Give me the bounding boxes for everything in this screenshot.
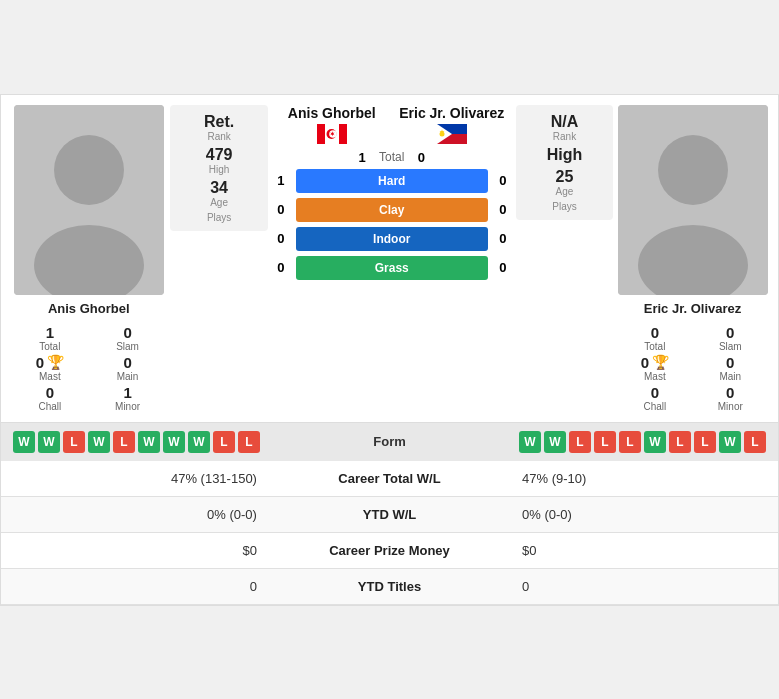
table-label: Career Total W/L (273, 461, 506, 497)
player2-total-label: Total (644, 341, 665, 352)
player2-card: Eric Jr. Olivarez 0 Total 0 Slam 0 🏆 Mas… (617, 105, 768, 412)
player2-total: 0 (651, 324, 659, 341)
player2-form-badges: WWLLLWLLWL (519, 431, 766, 453)
player2-minor: 0 (726, 384, 734, 401)
player2-mast: 0 🏆 (641, 354, 669, 371)
form-badge-l: L (113, 431, 135, 453)
player1-main-label: Main (117, 371, 139, 382)
player1-plays: Plays (178, 212, 259, 223)
player2-avatar (618, 105, 768, 295)
player2-age-label: Age (524, 186, 605, 197)
p1-indoor-score: 0 (272, 231, 290, 246)
form-badge-l: L (744, 431, 766, 453)
hard-label: Hard (296, 169, 488, 193)
stats-table: 47% (131-150) Career Total W/L 47% (9-10… (1, 461, 778, 605)
player1-info-panel: Ret. Rank 479 High 34 Age Plays (170, 105, 267, 231)
player1-age-block: 34 Age (178, 179, 259, 208)
table-p2-value: 0 (506, 568, 778, 604)
player2-name: Eric Jr. Olivarez (644, 301, 742, 316)
player1-form-badges: WWLWLWWWLL (13, 431, 260, 453)
form-badge-w: W (519, 431, 541, 453)
player2-info-panel: N/A Rank High 25 Age Plays (516, 105, 613, 220)
player2-slam: 0 (726, 324, 734, 341)
p2-indoor-score: 0 (494, 231, 512, 246)
table-p1-value: 47% (131-150) (1, 461, 273, 497)
player2-minor-label: Minor (718, 401, 743, 412)
table-p1-value: $0 (1, 532, 273, 568)
player1-minor-label: Minor (115, 401, 140, 412)
table-p2-value: 47% (9-10) (506, 461, 778, 497)
player1-slam: 0 (123, 324, 131, 341)
table-row: 0 YTD Titles 0 (1, 568, 778, 604)
player2-chall-label: Chall (643, 401, 666, 412)
table-p1-value: 0% (0-0) (1, 496, 273, 532)
player2-slam-label: Slam (719, 341, 742, 352)
form-badge-w: W (88, 431, 110, 453)
form-badge-l: L (619, 431, 641, 453)
player1-minor: 1 (123, 384, 131, 401)
player1-header-name: Anis Ghorbel (272, 105, 392, 144)
player1-age-label: Age (178, 197, 259, 208)
svg-point-1 (54, 135, 124, 205)
player1-high: 479 (178, 146, 259, 164)
player2-main: 0 (726, 354, 734, 371)
total-row: 1 Total 0 (272, 150, 512, 165)
table-p2-value: 0% (0-0) (506, 496, 778, 532)
form-badge-w: W (13, 431, 35, 453)
surface-row-indoor: 0 Indoor 0 (272, 227, 512, 251)
form-label: Form (373, 434, 406, 449)
player2-main-label: Main (719, 371, 741, 382)
player1-chall-label: Chall (38, 401, 61, 412)
player2-age: 25 (524, 168, 605, 186)
player2-rank: N/A (524, 113, 605, 131)
form-section: WWLWLWWWLL Form WWLLLWLLWL (1, 422, 778, 461)
table-row: 0% (0-0) YTD W/L 0% (0-0) (1, 496, 778, 532)
player2-plays-block: Plays (524, 201, 605, 212)
player1-slam-label: Slam (116, 341, 139, 352)
player1-main: 0 (123, 354, 131, 371)
player2-high: High (524, 146, 605, 164)
form-badge-w: W (544, 431, 566, 453)
p1-grass-score: 0 (272, 260, 290, 275)
surface-row-grass: 0 Grass 0 (272, 256, 512, 280)
form-badge-l: L (238, 431, 260, 453)
player1-high-block: 479 High (178, 146, 259, 175)
table-p2-value: $0 (506, 532, 778, 568)
form-badge-w: W (163, 431, 185, 453)
player1-age: 34 (178, 179, 259, 197)
form-badge-w: W (38, 431, 60, 453)
form-badge-w: W (138, 431, 160, 453)
player2-rank-label: Rank (524, 131, 605, 142)
player1-chall: 0 (46, 384, 54, 401)
player2-flag (437, 124, 467, 144)
player1-high-label: High (178, 164, 259, 175)
p1-clay-score: 0 (272, 202, 290, 217)
table-label: Career Prize Money (273, 532, 506, 568)
player1-avatar (14, 105, 164, 295)
p2-hard-score: 0 (494, 173, 512, 188)
player1-mast: 0 🏆 (36, 354, 64, 371)
player2-trophy-icon: 🏆 (652, 354, 669, 370)
player1-total-label: Total (39, 341, 60, 352)
grass-label: Grass (296, 256, 488, 280)
indoor-label: Indoor (296, 227, 488, 251)
player1-total: 1 (46, 324, 54, 341)
table-row: 47% (131-150) Career Total W/L 47% (9-10… (1, 461, 778, 497)
player1-flag (317, 124, 347, 144)
p2-clay-score: 0 (494, 202, 512, 217)
player1-rank-label: Rank (178, 131, 259, 142)
clay-label: Clay (296, 198, 488, 222)
p2-grass-score: 0 (494, 260, 512, 275)
player2-mast-label: Mast (644, 371, 666, 382)
form-badge-w: W (644, 431, 666, 453)
form-badge-l: L (213, 431, 235, 453)
surface-row-hard: 1 Hard 0 (272, 169, 512, 193)
player2-plays: Plays (524, 201, 605, 212)
form-badge-l: L (694, 431, 716, 453)
player1-rank-block: Ret. Rank (178, 113, 259, 142)
player2-high-block: High (524, 146, 605, 164)
form-badge-w: W (188, 431, 210, 453)
player2-header-name: Eric Jr. Olivarez (392, 105, 512, 144)
surface-row-clay: 0 Clay 0 (272, 198, 512, 222)
total-label: Total (379, 150, 404, 164)
